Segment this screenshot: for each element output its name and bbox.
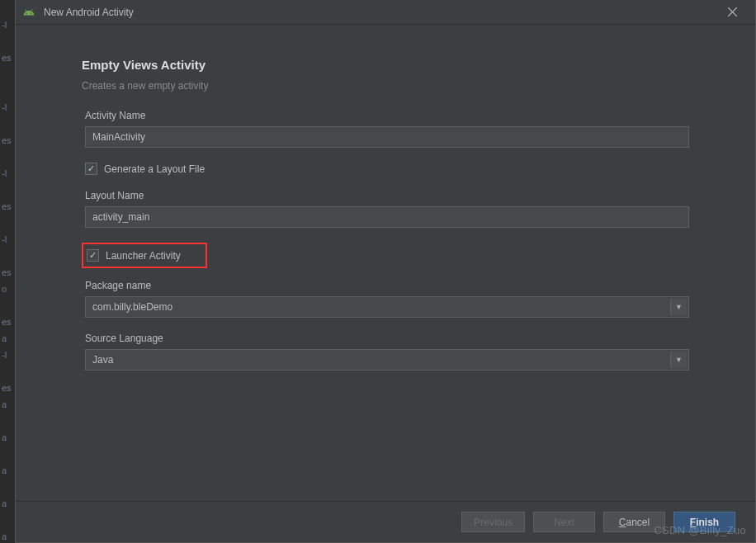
source-language-label: Source Language bbox=[85, 333, 689, 344]
activity-name-label: Activity Name bbox=[85, 110, 689, 121]
generate-layout-label: Generate a Layout File bbox=[104, 163, 205, 175]
cancel-button[interactable]: Cancel bbox=[603, 512, 665, 532]
activity-name-input[interactable] bbox=[85, 126, 689, 148]
highlight-box: Launcher Activity bbox=[82, 243, 207, 268]
previous-button: Previous bbox=[461, 512, 525, 532]
close-button[interactable] bbox=[716, 1, 749, 24]
chevron-down-icon: ▼ bbox=[670, 352, 687, 368]
dialog-footer: Previous Next Cancel Finish bbox=[16, 501, 755, 542]
titlebar: New Android Activity bbox=[16, 0, 755, 25]
generate-layout-checkbox[interactable] bbox=[85, 163, 97, 175]
new-activity-dialog: New Android Activity Empty Views Activit… bbox=[15, 0, 756, 543]
package-name-value: com.billy.bleDemo bbox=[92, 301, 172, 313]
source-language-value: Java bbox=[92, 354, 113, 366]
page-subtitle: Creates a new empty activity bbox=[82, 80, 689, 92]
layout-name-label: Layout Name bbox=[85, 190, 689, 201]
layout-name-input[interactable] bbox=[85, 206, 689, 228]
launcher-activity-checkbox[interactable] bbox=[87, 249, 99, 262]
launcher-activity-checkbox-row[interactable]: Launcher Activity bbox=[87, 249, 181, 262]
dialog-content: Empty Views Activity Creates a new empty… bbox=[16, 25, 755, 501]
source-language-dropdown[interactable]: Java ▼ bbox=[85, 349, 689, 371]
gutter-text: -l es -l es -l es -l es o es a -l es a a… bbox=[0, 0, 15, 543]
next-button: Next bbox=[533, 512, 595, 532]
titlebar-title: New Android Activity bbox=[44, 7, 134, 18]
page-title: Empty Views Activity bbox=[82, 58, 689, 72]
finish-button[interactable]: Finish bbox=[673, 512, 735, 532]
launcher-activity-label: Launcher Activity bbox=[106, 250, 181, 262]
editor-gutter: -l es -l es -l es -l es o es a -l es a a… bbox=[0, 0, 15, 543]
chevron-down-icon: ▼ bbox=[670, 299, 687, 315]
android-icon bbox=[22, 6, 35, 19]
package-name-dropdown[interactable]: com.billy.bleDemo ▼ bbox=[85, 296, 689, 318]
package-name-label: Package name bbox=[85, 280, 689, 291]
generate-layout-checkbox-row[interactable]: Generate a Layout File bbox=[85, 163, 689, 175]
